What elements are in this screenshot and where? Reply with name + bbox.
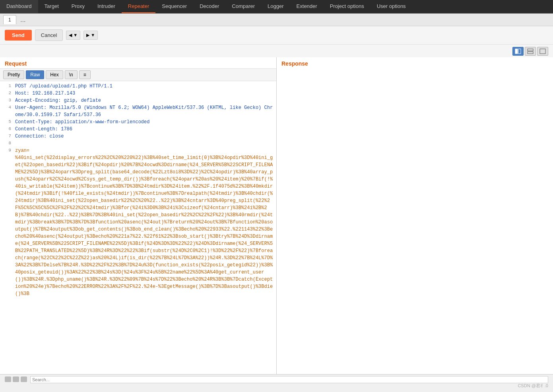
nav-project-options[interactable]: Project options — [324, 0, 371, 13]
response-panel: Response — [277, 57, 553, 374]
svg-rect-3 — [528, 52, 533, 54]
svg-rect-2 — [528, 49, 533, 51]
view-toggle-bar — [0, 45, 553, 57]
hex-button[interactable]: Hex — [46, 70, 63, 79]
nav-user-options[interactable]: User options — [371, 0, 412, 13]
nav-intruder[interactable]: Intruder — [91, 0, 122, 13]
code-line-3: 3 Accept-Encoding: gzip, deflate — [0, 97, 276, 104]
main-content: Request Pretty Raw Hex \n ≡ 1 POST /uplo… — [0, 45, 553, 385]
code-line-1: 1 POST /upload/upload/1.php HTTP/1.1 — [0, 83, 276, 90]
status-icon-1 — [5, 376, 11, 382]
status-icons — [5, 376, 27, 383]
code-line-8: 8 — [0, 140, 276, 147]
pretty-button[interactable]: Pretty — [3, 70, 24, 79]
code-line-4: 4 User-Agent: Mozilla/5.0 (Windows NT 6.… — [0, 104, 276, 118]
nav-sequencer[interactable]: Sequencer — [155, 0, 193, 13]
cancel-button[interactable]: Cancel — [35, 29, 63, 41]
request-header: Request — [0, 57, 276, 68]
status-icon-3 — [21, 376, 27, 382]
nav-comparer[interactable]: Comparer — [225, 0, 261, 13]
view-split-vertical-button[interactable] — [525, 47, 536, 56]
tab-1[interactable]: 1 — [3, 15, 16, 24]
code-line-5: 5 Content-Type: application/x-www-form-u… — [0, 118, 276, 126]
raw-button[interactable]: Raw — [26, 70, 44, 79]
status-icon-2 — [13, 376, 19, 382]
panels: Request Pretty Raw Hex \n ≡ 1 POST /uplo… — [0, 57, 553, 374]
nav-repeater[interactable]: Repeater — [122, 0, 155, 13]
nav-forward-button[interactable]: ▶ ▼ — [83, 31, 98, 40]
toolbar: Send Cancel ◀ ▼ ▶ ▼ — [0, 26, 553, 45]
nav-extender[interactable]: Extender — [290, 0, 324, 13]
request-code-area[interactable]: 1 POST /upload/upload/1.php HTTP/1.1 2 H… — [0, 81, 276, 374]
code-line-2: 2 Host: 192.168.217.143 — [0, 90, 276, 97]
watermark: CSDN @君彳.0 — [518, 383, 548, 385]
bottom-search-input[interactable] — [30, 376, 548, 383]
svg-rect-1 — [518, 49, 521, 54]
nav-decoder[interactable]: Decoder — [193, 0, 225, 13]
code-line-9: 9 zyan= %40ini_set(%22display_errors%22%… — [0, 147, 276, 297]
tab-more[interactable]: … — [17, 15, 29, 25]
request-panel: Request Pretty Raw Hex \n ≡ 1 POST /uplo… — [0, 57, 277, 374]
send-button[interactable]: Send — [5, 30, 32, 41]
bottom-status — [0, 374, 553, 385]
nav-dashboard[interactable]: Dashboard — [0, 0, 38, 13]
top-navigation: Dashboard Target Proxy Intruder Repeater… — [0, 0, 553, 14]
nav-proxy[interactable]: Proxy — [65, 0, 91, 13]
menu-button[interactable]: ≡ — [79, 70, 91, 79]
code-line-7: 7 Connection: close — [0, 133, 276, 140]
nav-target[interactable]: Target — [38, 0, 65, 13]
view-split-horizontal-button[interactable] — [512, 47, 524, 56]
nav-logger[interactable]: Logger — [261, 0, 290, 13]
svg-rect-4 — [540, 49, 545, 54]
code-line-6: 6 Content-Length: 1786 — [0, 126, 276, 133]
view-single-button[interactable] — [537, 47, 548, 56]
request-mode-toolbar: Pretty Raw Hex \n ≡ — [0, 68, 276, 81]
newline-button[interactable]: \n — [65, 70, 78, 79]
response-header: Response — [277, 57, 553, 68]
response-code-area[interactable] — [277, 68, 553, 374]
tab-bar: 1 … — [0, 14, 553, 26]
nav-back-button[interactable]: ◀ ▼ — [66, 31, 80, 40]
svg-rect-0 — [515, 49, 518, 54]
